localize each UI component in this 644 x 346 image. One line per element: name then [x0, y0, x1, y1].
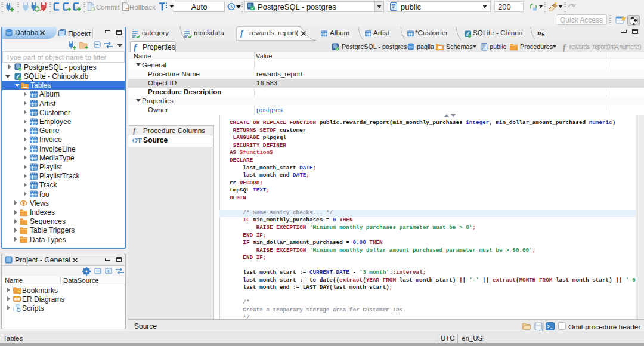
svg-text:f: f	[133, 126, 137, 135]
svg-text:T: T	[137, 137, 142, 145]
svg-text:f: f	[240, 28, 244, 38]
svg-text:f: f	[563, 43, 566, 52]
svg-text:f: f	[134, 42, 138, 52]
